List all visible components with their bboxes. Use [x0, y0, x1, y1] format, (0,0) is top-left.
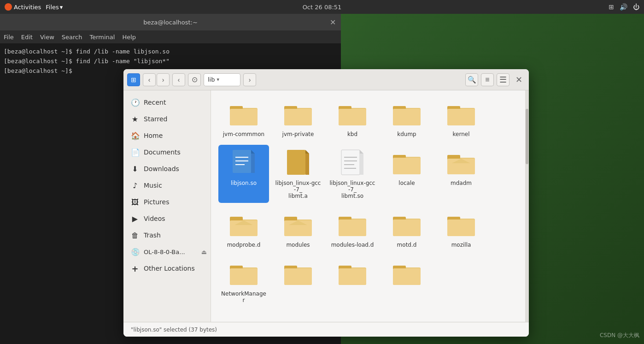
- file-item-kernel[interactable]: kernel: [436, 96, 486, 141]
- folder-icon-modules-load-d: [338, 210, 367, 240]
- documents-icon: 📄: [131, 148, 139, 157]
- sidebar-item-ol-label: OL-8-8-0-Ba...: [144, 249, 185, 255]
- power-icon[interactable]: ⏻: [633, 3, 639, 11]
- sidebar-item-home[interactable]: 🏠 Home: [123, 127, 211, 144]
- fm-history-back-button[interactable]: ‹: [172, 73, 185, 86]
- file-label-mdadm: mdadm: [451, 180, 472, 186]
- svg-rect-14: [447, 109, 475, 125]
- fm-path-next-button[interactable]: ›: [243, 73, 256, 86]
- svg-marker-16: [251, 150, 255, 154]
- file-item-extra-3[interactable]: [381, 255, 432, 307]
- document-icon-libjson-so: [229, 148, 258, 178]
- file-item-extra-2[interactable]: [327, 255, 378, 307]
- file-item-mdadm[interactable]: mdadm: [436, 145, 486, 203]
- terminal-menu-edit[interactable]: Edit: [21, 34, 33, 41]
- sidebar-item-recent[interactable]: 🕐 Recent: [123, 94, 211, 111]
- topbar-datetime: Oct 26 08:51: [303, 4, 342, 11]
- videos-icon: ▶: [131, 214, 139, 223]
- folder-icon-kernel: [446, 100, 476, 129]
- fm-bookmark-button[interactable]: ⊙: [188, 73, 201, 86]
- terminal-menu-file[interactable]: File: [4, 34, 14, 41]
- terminal-close-button[interactable]: ✕: [329, 18, 336, 26]
- network-icon[interactable]: ⊞: [609, 3, 614, 11]
- file-item-motd-d[interactable]: motd.d: [381, 207, 432, 252]
- fm-back-button[interactable]: ‹: [143, 73, 156, 86]
- file-item-kbd[interactable]: kbd: [327, 96, 378, 141]
- fm-forward-button[interactable]: ›: [157, 73, 170, 86]
- fm-content: jvm-commmon jvm-private: [211, 90, 525, 322]
- fm-menu-button[interactable]: ☰: [497, 73, 509, 86]
- folder-icon-networkmanager: [229, 259, 258, 289]
- fm-scrollbar[interactable]: [525, 90, 529, 322]
- sidebar-item-ol-8-8-0[interactable]: 💿 OL-8-8-0-Ba... ⏏: [123, 243, 211, 260]
- file-label-kernel: kernel: [453, 131, 470, 137]
- fm-grid-view-button[interactable]: ⊞: [127, 73, 140, 86]
- svg-rect-33: [393, 158, 421, 174]
- fm-view-options-button[interactable]: ≡: [481, 73, 494, 86]
- eject-icon[interactable]: ⏏: [201, 249, 207, 255]
- sidebar-item-music[interactable]: ♪ Music: [123, 177, 211, 194]
- recent-icon: 🕐: [131, 98, 139, 107]
- file-item-modprobe-d[interactable]: modprobe.d: [218, 207, 269, 252]
- fm-scrollbar-thumb[interactable]: [526, 109, 528, 164]
- files-menu[interactable]: Files ▾: [46, 4, 63, 11]
- folder-icon-modprobe-d: [229, 210, 258, 240]
- file-item-kdump[interactable]: kdump: [381, 96, 432, 141]
- svg-rect-26: [360, 154, 363, 175]
- fm-titlebar: ⊞ ‹ › ‹ ⊙ lib ▾ › 🔍 ≡ ☰ ✕: [123, 69, 529, 90]
- folder-icon-mozilla: [446, 210, 476, 240]
- topbar: Activities Files ▾ Oct 26 08:51 ⊞ 🔊 ⏻: [0, 0, 644, 14]
- terminal-menu-view[interactable]: View: [40, 34, 54, 41]
- activities-label: Activities: [14, 4, 41, 11]
- terminal-line-1: [beza@localhost ~]$ find /lib -name libj…: [4, 47, 337, 57]
- sidebar-item-downloads[interactable]: ⬇ Downloads: [123, 160, 211, 177]
- activities-icon: [5, 3, 12, 11]
- sidebar-item-downloads-label: Downloads: [144, 165, 179, 172]
- file-item-libjson-libmt-so[interactable]: libjson_linux-gcc-7_libmt.so: [327, 145, 378, 203]
- trash-icon: 🗑: [131, 231, 139, 240]
- fm-statusbar: "libjson.so" selected (37 bytes): [123, 322, 529, 337]
- sidebar-item-videos[interactable]: ▶ Videos: [123, 210, 211, 227]
- file-item-mozilla[interactable]: mozilla: [436, 207, 486, 252]
- file-item-jvm-private[interactable]: jvm-private: [273, 96, 323, 141]
- file-label-libjson-libmt-a: libjson_linux-gcc-7_libmt.a: [275, 180, 321, 199]
- file-item-modules[interactable]: modules: [273, 207, 323, 252]
- terminal-menu-terminal[interactable]: Terminal: [89, 34, 115, 41]
- other-locations-icon: +: [131, 264, 139, 273]
- topbar-right: ⊞ 🔊 ⏻: [609, 3, 639, 11]
- file-label-libjson-libmt-so: libjson_linux-gcc-7_libmt.so: [329, 180, 375, 199]
- file-item-extra-1[interactable]: [273, 255, 323, 307]
- file-item-libjson-so[interactable]: libjson.so: [218, 145, 269, 203]
- svg-rect-45: [339, 219, 366, 236]
- terminal-line-2: [beza@localhost ~]$ find /lib -name "lib…: [4, 57, 337, 66]
- terminal-titlebar: beza@localhost:~ ✕: [0, 14, 341, 30]
- fm-close-button[interactable]: ✕: [512, 73, 525, 86]
- fm-path-text: lib: [208, 76, 215, 83]
- folder-icon-locale: [392, 148, 422, 178]
- terminal-menu: File Edit View Search Terminal Help: [0, 30, 341, 43]
- sidebar-item-pictures-label: Pictures: [144, 198, 169, 206]
- folder-icon-extra-1: [283, 259, 313, 289]
- file-item-locale[interactable]: locale: [381, 145, 432, 203]
- topbar-left: Activities Files ▾: [5, 3, 63, 11]
- file-item-networkmanager[interactable]: NetworkManager: [218, 255, 269, 307]
- activities-button[interactable]: Activities: [5, 3, 41, 11]
- sidebar-item-pictures[interactable]: 🖼 Pictures: [123, 194, 211, 210]
- sidebar-item-starred[interactable]: ★ Starred: [123, 111, 211, 127]
- file-item-libjson-libmt-a[interactable]: libjson_linux-gcc-7_libmt.a: [273, 145, 323, 203]
- file-item-jvm-commmon[interactable]: jvm-commmon: [218, 96, 269, 141]
- terminal-menu-search[interactable]: Search: [62, 34, 82, 41]
- fm-path-bar[interactable]: lib ▾: [204, 73, 240, 86]
- folder-icon-extra-2: [338, 259, 367, 289]
- sidebar-item-other-locations[interactable]: + Other Locations: [123, 260, 211, 277]
- sidebar-item-trash[interactable]: 🗑 Trash: [123, 227, 211, 243]
- fm-search-button[interactable]: 🔍: [465, 73, 478, 86]
- volume-icon[interactable]: 🔊: [620, 3, 627, 11]
- svg-rect-11: [393, 109, 421, 125]
- sidebar-item-documents[interactable]: 📄 Documents: [123, 144, 211, 160]
- file-item-modules-load-d[interactable]: modules-load.d: [327, 207, 378, 252]
- file-label-jvm-private: jvm-private: [282, 131, 314, 137]
- fm-body: 🕐 Recent ★ Starred 🏠 Home 📄 Documents ⬇ …: [123, 90, 529, 322]
- starred-icon: ★: [131, 115, 139, 124]
- terminal-menu-help[interactable]: Help: [122, 34, 136, 41]
